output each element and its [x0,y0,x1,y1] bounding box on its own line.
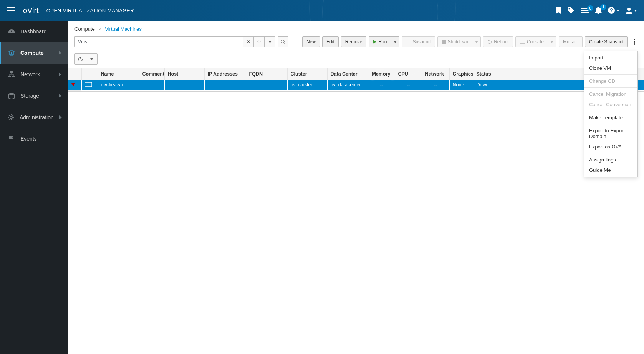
row-status-indicator-icon[interactable] [68,80,81,90]
cell-ip [204,80,246,90]
menu-item-export-as-ova[interactable]: Export as OVA [584,142,637,152]
refresh-caret-icon[interactable] [86,54,97,64]
svg-rect-14 [520,40,525,43]
sidebar-item-storage[interactable]: Storage [0,85,68,107]
svg-text:?: ? [610,8,613,13]
storage-icon [8,93,15,99]
brand-logo: oVirt [23,6,39,15]
svg-rect-6 [10,71,13,73]
menu-item-guide-me[interactable]: Guide Me [584,165,637,175]
shutdown-label: Shutdown [448,39,468,44]
tags-icon[interactable] [567,7,575,13]
sidebar-item-dashboard[interactable]: Dashboard [0,21,68,42]
sidebar-item-events[interactable]: Events [0,128,68,150]
col-name[interactable]: Name [98,68,139,80]
bookmark-icon[interactable] [556,7,561,14]
menu-item-cancel-conversion: Cancel Conversion [584,99,637,110]
svg-point-16 [634,39,635,40]
cell-fqdn [246,80,287,90]
table-row[interactable]: my-first-vm ov_cluster ov_datacenter -- … [68,80,644,90]
sidebar-item-label: Network [20,71,53,77]
cell-datacenter: ov_datacenter [327,80,369,90]
svg-rect-7 [8,76,11,77]
sidebar-item-administration[interactable]: Administration [0,107,68,128]
sidebar-item-network[interactable]: Network [0,64,68,85]
search-input[interactable] [91,36,243,47]
menu-item-import[interactable]: Import [584,53,637,63]
col-icon[interactable] [81,68,98,80]
compute-icon [8,50,15,56]
breadcrumb-root[interactable]: Compute [74,26,95,32]
search-caret-icon[interactable] [265,36,275,47]
cell-cpu: -- [395,80,422,90]
migrate-button: Migrate [559,36,583,47]
console-split-button: Console [515,36,556,47]
menu-item-clone-vm[interactable]: Clone VM [584,63,637,73]
svg-point-0 [569,8,570,10]
svg-rect-15 [521,44,523,44]
gear-icon [8,114,14,120]
col-graphics[interactable]: Graphics [449,68,473,80]
cell-comment [139,80,164,90]
menu-item-assign-tags[interactable]: Assign Tags [584,155,637,165]
col-expand[interactable] [68,68,81,80]
sidebar-item-label: Storage [20,93,53,99]
svg-rect-5 [11,52,12,54]
refresh-icon[interactable] [75,54,86,64]
chevron-right-icon [59,72,61,76]
svg-rect-21 [87,87,90,87]
bookmark-search-icon[interactable]: ☆ [254,36,265,47]
cell-graphics: None [449,80,473,90]
menu-item-change-cd: Change CD [584,76,637,86]
reboot-label: Reboot [494,39,509,44]
kebab-menu-icon[interactable] [631,36,638,47]
svg-point-9 [9,93,14,95]
col-fqdn[interactable]: FQDN [246,68,287,80]
svg-point-18 [634,43,635,45]
col-cluster[interactable]: Cluster [287,68,327,80]
svg-point-17 [634,41,635,43]
user-menu-icon[interactable] [626,7,637,14]
search-submit-icon[interactable] [278,36,288,47]
tasks-icon[interactable]: 0 [581,8,589,13]
row-vm-icon [81,80,98,90]
console-button: Console [515,36,548,47]
alerts-bell-icon[interactable]: 1 [595,7,602,14]
menu-divider [584,74,637,75]
cell-network: -- [422,80,449,90]
top-bar: oVirt OPEN VIRTUALIZATION MANAGER 0 1 ? [0,0,644,21]
network-icon [8,71,15,77]
menu-item-make-template[interactable]: Make Template [584,112,637,123]
search-group: Vms: ✕ ☆ [74,36,288,47]
col-host[interactable]: Host [164,68,204,80]
reboot-button: Reboot [483,36,513,47]
col-comment[interactable]: Comment [139,68,164,80]
sidebar-item-compute[interactable]: Compute [0,42,68,64]
breadcrumb-leaf[interactable]: Virtual Machines [105,26,142,32]
sidebar-item-label: Events [20,136,61,142]
create-snapshot-button[interactable]: Create Snapshot [585,36,628,47]
sidebar-item-label: Administration [20,114,54,120]
flag-icon [8,136,15,142]
svg-rect-8 [12,76,15,77]
svg-rect-20 [85,82,92,87]
search-label: Vms: [74,36,91,47]
col-ip[interactable]: IP Addresses [204,68,246,80]
menu-item-export-to-export-domain[interactable]: Export to Export Domain [584,125,637,142]
help-icon[interactable]: ? [608,7,619,14]
col-network[interactable]: Network [422,68,449,80]
chevron-right-icon [59,115,62,119]
cell-name[interactable]: my-first-vm [98,80,139,90]
reboot-icon [487,40,492,44]
cell-cluster: ov_cluster [287,80,327,90]
menu-divider [584,153,637,153]
menu-divider [584,87,637,88]
menu-divider [584,124,637,124]
clear-search-icon[interactable]: ✕ [243,36,254,47]
chevron-right-icon [59,51,61,55]
sidebar-item-label: Compute [20,50,53,56]
hamburger-icon[interactable] [4,7,18,13]
svg-marker-19 [71,83,75,86]
menu-item-cancel-migration: Cancel Migration [584,89,637,99]
chevron-right-icon [59,94,61,98]
